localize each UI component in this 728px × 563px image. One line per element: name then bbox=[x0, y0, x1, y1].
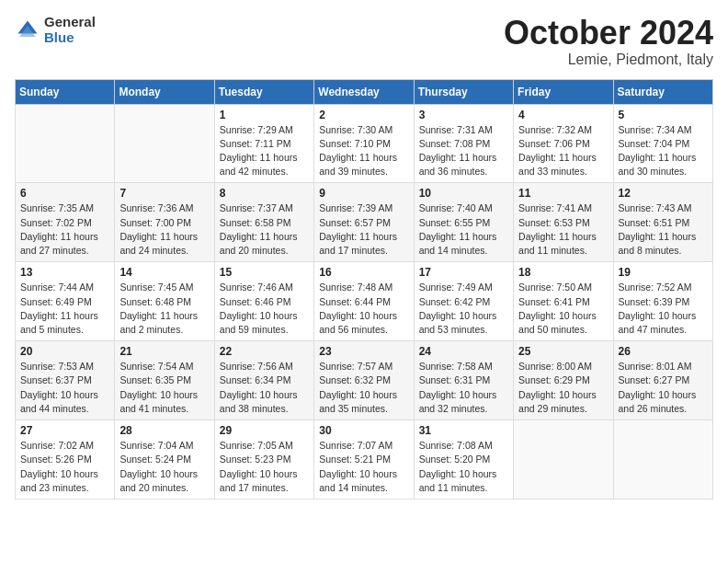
day-number: 25 bbox=[518, 345, 608, 358]
calendar-cell: 29Sunrise: 7:05 AMSunset: 5:23 PMDayligh… bbox=[214, 420, 313, 500]
day-number: 15 bbox=[220, 266, 309, 279]
day-number: 3 bbox=[419, 109, 508, 121]
weekday-header-saturday: Saturday bbox=[613, 79, 712, 104]
day-detail: Sunrise: 7:40 AMSunset: 6:55 PMDaylight:… bbox=[419, 201, 508, 258]
logo-icon bbox=[15, 17, 40, 43]
calendar-title: October 2024 bbox=[504, 15, 713, 52]
day-detail: Sunrise: 7:31 AMSunset: 7:08 PMDaylight:… bbox=[419, 123, 508, 179]
calendar-cell: 2Sunrise: 7:30 AMSunset: 7:10 PMDaylight… bbox=[314, 104, 414, 183]
day-detail: Sunrise: 7:45 AMSunset: 6:48 PMDaylight:… bbox=[119, 281, 209, 337]
day-number: 22 bbox=[220, 345, 309, 358]
calendar-cell: 14Sunrise: 7:45 AMSunset: 6:48 PMDayligh… bbox=[115, 262, 214, 341]
day-detail: Sunrise: 7:36 AMSunset: 7:00 PMDaylight:… bbox=[119, 201, 209, 258]
calendar-cell: 17Sunrise: 7:49 AMSunset: 6:42 PMDayligh… bbox=[414, 262, 513, 341]
calendar-body: 1Sunrise: 7:29 AMSunset: 7:11 PMDaylight… bbox=[16, 104, 713, 499]
calendar-week-3: 13Sunrise: 7:44 AMSunset: 6:49 PMDayligh… bbox=[16, 262, 713, 341]
day-detail: Sunrise: 7:49 AMSunset: 6:42 PMDaylight:… bbox=[419, 281, 508, 337]
day-number: 10 bbox=[419, 187, 508, 200]
calendar-cell: 10Sunrise: 7:40 AMSunset: 6:55 PMDayligh… bbox=[414, 183, 513, 262]
calendar-cell: 27Sunrise: 7:02 AMSunset: 5:26 PMDayligh… bbox=[16, 420, 115, 500]
calendar-cell: 7Sunrise: 7:36 AMSunset: 7:00 PMDaylight… bbox=[115, 183, 214, 262]
calendar-location: Lemie, Piedmont, Italy bbox=[504, 52, 713, 68]
day-detail: Sunrise: 7:43 AMSunset: 6:51 PMDaylight:… bbox=[619, 201, 708, 258]
day-number: 26 bbox=[619, 345, 708, 358]
calendar-cell: 25Sunrise: 8:00 AMSunset: 6:29 PMDayligh… bbox=[514, 341, 613, 420]
day-detail: Sunrise: 7:57 AMSunset: 6:32 PMDaylight:… bbox=[319, 360, 408, 416]
day-number: 21 bbox=[119, 345, 209, 358]
weekday-header-tuesday: Tuesday bbox=[214, 79, 313, 104]
day-detail: Sunrise: 7:39 AMSunset: 6:57 PMDaylight:… bbox=[319, 201, 408, 258]
logo-general-text: General bbox=[44, 15, 96, 30]
calendar-cell: 15Sunrise: 7:46 AMSunset: 6:46 PMDayligh… bbox=[214, 262, 313, 341]
page-header: General Blue October 2024 Lemie, Piedmon… bbox=[15, 15, 713, 68]
day-detail: Sunrise: 7:44 AMSunset: 6:49 PMDaylight:… bbox=[20, 281, 109, 337]
calendar-cell: 19Sunrise: 7:52 AMSunset: 6:39 PMDayligh… bbox=[613, 262, 712, 341]
calendar-cell: 31Sunrise: 7:08 AMSunset: 5:20 PMDayligh… bbox=[414, 420, 513, 500]
day-number: 19 bbox=[619, 266, 708, 279]
weekday-header-friday: Friday bbox=[514, 79, 613, 104]
day-number: 20 bbox=[20, 345, 109, 358]
calendar-cell: 28Sunrise: 7:04 AMSunset: 5:24 PMDayligh… bbox=[115, 420, 214, 500]
day-detail: Sunrise: 8:01 AMSunset: 6:27 PMDaylight:… bbox=[619, 360, 708, 416]
day-number: 24 bbox=[419, 345, 508, 358]
calendar-cell bbox=[613, 420, 712, 500]
day-detail: Sunrise: 7:58 AMSunset: 6:31 PMDaylight:… bbox=[419, 360, 508, 416]
day-number: 17 bbox=[419, 266, 508, 279]
day-number: 14 bbox=[119, 266, 209, 279]
calendar-cell: 6Sunrise: 7:35 AMSunset: 7:02 PMDaylight… bbox=[16, 183, 115, 262]
day-number: 23 bbox=[319, 345, 408, 358]
day-detail: Sunrise: 7:56 AMSunset: 6:34 PMDaylight:… bbox=[220, 360, 309, 416]
day-detail: Sunrise: 7:07 AMSunset: 5:21 PMDaylight:… bbox=[319, 439, 408, 495]
day-detail: Sunrise: 7:05 AMSunset: 5:23 PMDaylight:… bbox=[220, 439, 309, 495]
calendar-cell bbox=[16, 104, 115, 183]
day-number: 12 bbox=[619, 187, 708, 200]
day-number: 18 bbox=[518, 266, 608, 279]
calendar-header: SundayMondayTuesdayWednesdayThursdayFrid… bbox=[16, 79, 713, 104]
day-detail: Sunrise: 7:29 AMSunset: 7:11 PMDaylight:… bbox=[220, 123, 309, 179]
calendar-cell: 26Sunrise: 8:01 AMSunset: 6:27 PMDayligh… bbox=[613, 341, 712, 420]
day-detail: Sunrise: 8:00 AMSunset: 6:29 PMDaylight:… bbox=[518, 360, 608, 416]
day-number: 9 bbox=[319, 187, 408, 200]
calendar-cell: 30Sunrise: 7:07 AMSunset: 5:21 PMDayligh… bbox=[314, 420, 414, 500]
calendar-cell: 13Sunrise: 7:44 AMSunset: 6:49 PMDayligh… bbox=[16, 262, 115, 341]
calendar-cell: 12Sunrise: 7:43 AMSunset: 6:51 PMDayligh… bbox=[613, 183, 712, 262]
calendar-week-5: 27Sunrise: 7:02 AMSunset: 5:26 PMDayligh… bbox=[16, 420, 713, 500]
day-detail: Sunrise: 7:53 AMSunset: 6:37 PMDaylight:… bbox=[20, 360, 109, 416]
logo-blue-text: Blue bbox=[44, 30, 96, 46]
day-number: 31 bbox=[419, 424, 508, 437]
day-number: 6 bbox=[20, 187, 109, 200]
logo-text: General Blue bbox=[44, 15, 96, 45]
day-number: 5 bbox=[619, 109, 708, 121]
calendar-cell: 20Sunrise: 7:53 AMSunset: 6:37 PMDayligh… bbox=[16, 341, 115, 420]
day-number: 4 bbox=[518, 109, 608, 121]
calendar-cell: 21Sunrise: 7:54 AMSunset: 6:35 PMDayligh… bbox=[115, 341, 214, 420]
day-number: 7 bbox=[119, 187, 209, 200]
day-detail: Sunrise: 7:46 AMSunset: 6:46 PMDaylight:… bbox=[220, 281, 309, 337]
day-detail: Sunrise: 7:30 AMSunset: 7:10 PMDaylight:… bbox=[319, 123, 408, 179]
day-number: 1 bbox=[220, 109, 309, 121]
day-number: 11 bbox=[518, 187, 608, 200]
calendar-cell: 18Sunrise: 7:50 AMSunset: 6:41 PMDayligh… bbox=[514, 262, 613, 341]
calendar-week-1: 1Sunrise: 7:29 AMSunset: 7:11 PMDaylight… bbox=[16, 104, 713, 183]
calendar-cell bbox=[514, 420, 613, 500]
calendar-cell bbox=[115, 104, 214, 183]
day-number: 29 bbox=[220, 424, 309, 437]
calendar-cell: 22Sunrise: 7:56 AMSunset: 6:34 PMDayligh… bbox=[214, 341, 313, 420]
day-detail: Sunrise: 7:34 AMSunset: 7:04 PMDaylight:… bbox=[619, 123, 708, 179]
day-detail: Sunrise: 7:32 AMSunset: 7:06 PMDaylight:… bbox=[518, 123, 608, 179]
calendar-cell: 3Sunrise: 7:31 AMSunset: 7:08 PMDaylight… bbox=[414, 104, 513, 183]
calendar-week-4: 20Sunrise: 7:53 AMSunset: 6:37 PMDayligh… bbox=[16, 341, 713, 420]
day-number: 8 bbox=[220, 187, 309, 200]
calendar-cell: 5Sunrise: 7:34 AMSunset: 7:04 PMDaylight… bbox=[613, 104, 712, 183]
day-number: 30 bbox=[319, 424, 408, 437]
calendar-cell: 16Sunrise: 7:48 AMSunset: 6:44 PMDayligh… bbox=[314, 262, 414, 341]
logo: General Blue bbox=[15, 15, 96, 45]
day-detail: Sunrise: 7:02 AMSunset: 5:26 PMDaylight:… bbox=[20, 439, 109, 495]
weekday-header-monday: Monday bbox=[115, 79, 214, 104]
day-detail: Sunrise: 7:52 AMSunset: 6:39 PMDaylight:… bbox=[619, 281, 708, 337]
day-detail: Sunrise: 7:50 AMSunset: 6:41 PMDaylight:… bbox=[518, 281, 608, 337]
day-number: 16 bbox=[319, 266, 408, 279]
day-detail: Sunrise: 7:41 AMSunset: 6:53 PMDaylight:… bbox=[518, 201, 608, 258]
day-detail: Sunrise: 7:48 AMSunset: 6:44 PMDaylight:… bbox=[319, 281, 408, 337]
day-detail: Sunrise: 7:54 AMSunset: 6:35 PMDaylight:… bbox=[119, 360, 209, 416]
